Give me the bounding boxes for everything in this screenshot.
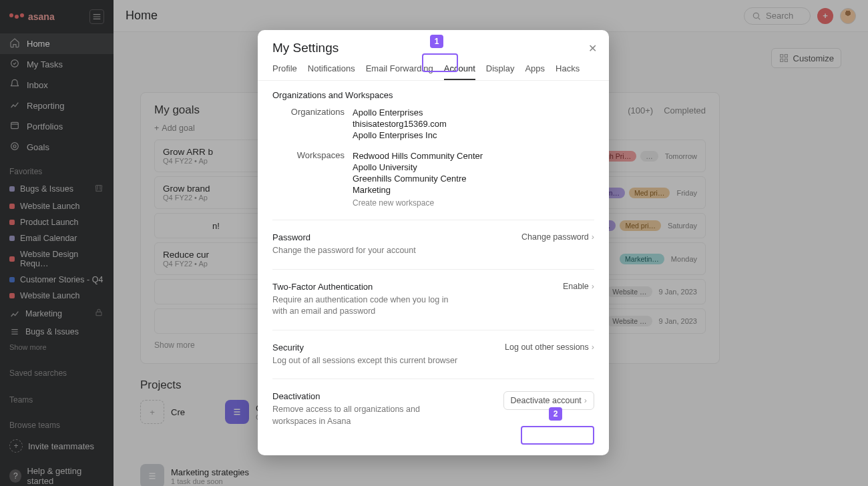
security-desc: Log out of all sessions except this curr… [272, 355, 495, 367]
logout-sessions-link[interactable]: Log out other sessions › [505, 342, 594, 352]
enable-tfa-link[interactable]: Enable › [563, 282, 594, 291]
enable-tfa-label: Enable [563, 282, 589, 291]
change-password-link[interactable]: Change password › [521, 232, 594, 242]
password-title: Password [272, 232, 512, 242]
organization-link[interactable]: Apollo Enterprises [353, 107, 447, 118]
tab-apps[interactable]: Apps [525, 63, 545, 80]
password-desc: Change the password for your account [272, 245, 459, 257]
orgs-section-title: Organizations and Workspaces [272, 90, 594, 100]
logout-sessions-label: Log out other sessions [505, 342, 589, 352]
organizations-label: Organizations [272, 107, 353, 141]
modal-close-button[interactable]: ✕ [586, 39, 600, 57]
workspace-link[interactable]: Greenhills Community Centre [353, 173, 483, 184]
tab-email-forwarding[interactable]: Email Forwarding [366, 63, 433, 80]
tab-hacks[interactable]: Hacks [556, 63, 580, 80]
chevron-right-icon: › [584, 396, 587, 405]
chevron-right-icon: › [592, 282, 594, 291]
tab-display[interactable]: Display [486, 63, 515, 80]
organization-link[interactable]: thisisatestorg15369.com [353, 118, 447, 130]
modal-title: My Settings [272, 41, 594, 55]
deactivate-account-label: Deactivate account [511, 396, 582, 405]
deactivate-account-button[interactable]: Deactivate account › [503, 391, 594, 410]
workspace-link[interactable]: Marketing [353, 184, 483, 196]
create-workspace-link[interactable]: Create new workspace [353, 198, 434, 208]
tfa-desc: Require an authentication code when you … [272, 294, 459, 318]
tab-profile[interactable]: Profile [272, 63, 297, 80]
organization-link[interactable]: Apollo Enterprises Inc [353, 130, 447, 141]
chevron-right-icon: › [592, 342, 594, 352]
workspace-link[interactable]: Apollo University [353, 162, 483, 173]
workspace-link[interactable]: Redwood Hills Community Center [353, 150, 483, 162]
workspaces-label: Workspaces [272, 150, 353, 208]
tfa-title: Two-Factor Authentication [272, 282, 554, 292]
change-password-label: Change password [521, 232, 589, 242]
deactivation-title: Deactivation [272, 391, 494, 401]
security-title: Security [272, 342, 495, 352]
deactivation-desc: Remove access to all organizations and w… [272, 404, 459, 427]
settings-modal: ✕ My Settings ProfileNotificationsEmail … [258, 30, 609, 455]
chevron-right-icon: › [592, 232, 594, 242]
tab-notifications[interactable]: Notifications [308, 63, 355, 80]
tab-account[interactable]: Account [444, 63, 475, 80]
